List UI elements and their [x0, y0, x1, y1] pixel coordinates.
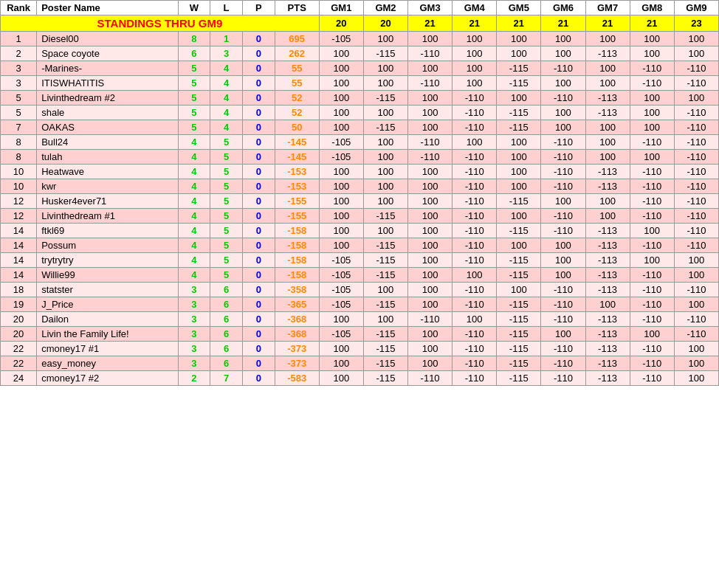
w-cell: 4 [178, 165, 210, 179]
gm3-cell: -110 [408, 135, 453, 150]
table-row: 20Dailon360-368100100-110100-115-110-113… [1, 312, 719, 327]
w-cell: 3 [178, 283, 210, 297]
l-cell: 4 [210, 61, 243, 76]
p-cell: 0 [242, 283, 275, 297]
gm6-cell: -110 [541, 224, 585, 238]
gm3-cell: 100 [408, 342, 453, 356]
gm9-cell: 100 [674, 268, 718, 283]
gm3-cell: -110 [408, 150, 453, 165]
l-cell: 5 [210, 224, 243, 238]
p-cell: 0 [242, 297, 275, 312]
gm4-cell: 100 [453, 61, 497, 76]
table-row: 14Possum450-158100-115100-110100100-113-… [1, 238, 719, 253]
gm9-cell: -110 [674, 238, 718, 253]
gm5-cell: -115 [497, 194, 541, 209]
gm4-cell: 100 [453, 312, 497, 327]
gm2-number: 20 [363, 15, 407, 32]
gm3-cell: 100 [408, 165, 453, 179]
name-cell: J_Price [37, 297, 178, 312]
rank-cell: 12 [1, 209, 37, 224]
gm7-cell: -113 [585, 342, 630, 356]
name-cell: Heatwave [37, 165, 178, 179]
gm5-cell: -115 [497, 342, 541, 356]
gm1-cell: -105 [319, 297, 363, 312]
gm8-number: 21 [630, 15, 674, 32]
w-cell: 4 [178, 135, 210, 150]
gm1-cell: -105 [319, 283, 363, 297]
gm3-cell: 100 [408, 120, 453, 135]
gm2-cell: -115 [363, 268, 407, 283]
rank-cell: 10 [1, 179, 37, 194]
gm8-cell: -110 [630, 342, 674, 356]
p-header: P [242, 1, 275, 15]
gm1-cell: 100 [319, 342, 363, 356]
gm4-cell: -110 [453, 179, 497, 194]
gm3-cell: 100 [408, 32, 453, 46]
gm5-cell: -115 [497, 61, 541, 76]
w-cell: 4 [178, 209, 210, 224]
gm9-cell: -110 [674, 209, 718, 224]
gm2-cell: 100 [363, 194, 407, 209]
gm8-cell: 100 [630, 224, 674, 238]
gm8-cell: 100 [630, 91, 674, 106]
rank-cell: 22 [1, 356, 37, 371]
rank-cell: 1 [1, 32, 37, 46]
gm8-cell: 100 [630, 150, 674, 165]
pts-cell: -373 [275, 356, 319, 371]
gm2-cell: -115 [363, 46, 407, 61]
table-row: 12Husker4ever71450-155100100100-110-1151… [1, 194, 719, 209]
gm6-cell: -110 [541, 356, 585, 371]
gm9-cell: 100 [674, 32, 718, 46]
gm7-header: GM7 [585, 1, 630, 15]
table-row: 3ITISWHATITIS54055100100-110100-11510010… [1, 76, 719, 91]
gm2-cell: -115 [363, 297, 407, 312]
w-cell: 4 [178, 268, 210, 283]
w-cell: 4 [178, 224, 210, 238]
gm5-cell: 100 [497, 150, 541, 165]
gm1-cell: -105 [319, 268, 363, 283]
gm3-cell: 100 [408, 179, 453, 194]
pts-cell: -368 [275, 327, 319, 342]
table-row: 14Willie99450-158-105-115100100-115100-1… [1, 268, 719, 283]
w-cell: 4 [178, 150, 210, 165]
gm8-header: GM8 [630, 1, 674, 15]
w-cell: 8 [178, 32, 210, 46]
gm6-cell: -110 [541, 91, 585, 106]
rank-cell: 5 [1, 106, 37, 120]
w-cell: 3 [178, 327, 210, 342]
name-cell: OAKAS [37, 120, 178, 135]
gm9-cell: -110 [674, 165, 718, 179]
gm5-cell: 100 [497, 32, 541, 46]
gm4-cell: -110 [453, 356, 497, 371]
l-cell: 4 [210, 106, 243, 120]
p-cell: 0 [242, 135, 275, 150]
gm8-cell: -110 [630, 283, 674, 297]
gm9-cell: -110 [674, 224, 718, 238]
l-cell: 3 [210, 46, 243, 61]
gm9-cell: -110 [674, 61, 718, 76]
l-cell: 6 [210, 283, 243, 297]
gm3-number: 21 [408, 15, 453, 32]
gm7-cell: -113 [585, 91, 630, 106]
gm6-cell: -110 [541, 165, 585, 179]
gm3-cell: 100 [408, 224, 453, 238]
name-cell: trytrytry [37, 253, 178, 268]
gm9-cell: -110 [674, 194, 718, 209]
name-cell: Husker4ever71 [37, 194, 178, 209]
gm2-cell: 100 [363, 76, 407, 91]
gm6-cell: 100 [541, 120, 585, 135]
gm9-cell: 100 [674, 91, 718, 106]
name-cell: Space coyote [37, 46, 178, 61]
gm4-cell: -110 [453, 165, 497, 179]
l-cell: 6 [210, 312, 243, 327]
gm4-cell: -110 [453, 120, 497, 135]
table-row: 2Space coyote630262100-115-110100100100-… [1, 46, 719, 61]
gm4-cell: -110 [453, 253, 497, 268]
l-cell: 5 [210, 135, 243, 150]
gm8-cell: 100 [630, 32, 674, 46]
gm1-cell: 100 [319, 46, 363, 61]
pts-cell: -158 [275, 238, 319, 253]
gm5-cell: -115 [497, 356, 541, 371]
gm3-cell: 100 [408, 209, 453, 224]
l-cell: 5 [210, 179, 243, 194]
